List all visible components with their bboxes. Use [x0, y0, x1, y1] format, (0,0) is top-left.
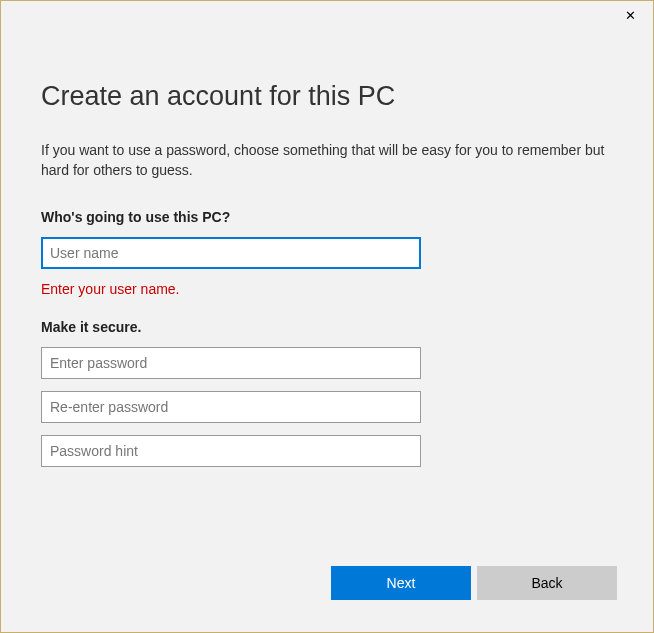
password-hint-input[interactable] [41, 435, 421, 467]
dialog-footer: Next Back [331, 566, 617, 600]
titlebar: ✕ [1, 1, 653, 31]
user-section-label: Who's going to use this PC? [41, 209, 613, 225]
next-button[interactable]: Next [331, 566, 471, 600]
username-input[interactable] [41, 237, 421, 269]
description-text: If you want to use a password, choose so… [41, 140, 613, 181]
page-title: Create an account for this PC [41, 81, 613, 112]
reenter-password-input[interactable] [41, 391, 421, 423]
username-error: Enter your user name. [41, 281, 613, 297]
password-input[interactable] [41, 347, 421, 379]
dialog-content: Create an account for this PC If you wan… [1, 31, 653, 467]
secure-section-label: Make it secure. [41, 319, 613, 335]
close-button[interactable]: ✕ [608, 1, 653, 29]
close-icon: ✕ [625, 8, 636, 23]
back-button[interactable]: Back [477, 566, 617, 600]
